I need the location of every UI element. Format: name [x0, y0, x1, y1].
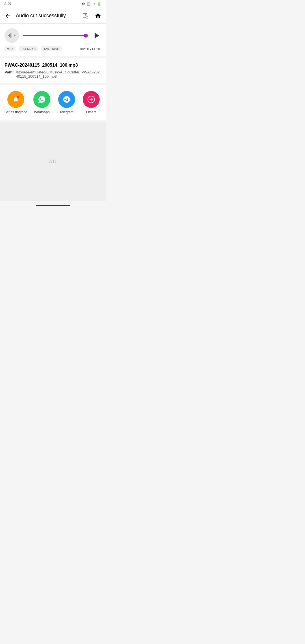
player-section: MP3 154.66 KB 128.0 KB/S 00:10 / 00:10 — [0, 24, 106, 56]
progress-track — [23, 35, 88, 36]
meta-row: MP3 154.66 KB 128.0 KB/S 00:10 / 00:10 — [5, 46, 101, 51]
action-whatsapp[interactable]: WhatsApp — [32, 91, 52, 114]
airplane-icon: ✈ — [93, 2, 95, 6]
player-row — [5, 28, 101, 43]
telegram-label: Telegram — [60, 110, 73, 114]
play-button[interactable] — [91, 31, 101, 41]
whatsapp-icon — [33, 91, 50, 108]
settings-icon: ⚙ — [82, 2, 85, 6]
svg-point-3 — [17, 96, 19, 98]
back-button[interactable] — [2, 10, 14, 21]
filesize-badge: 154.66 KB — [19, 46, 38, 51]
bottom-indicator — [0, 201, 106, 210]
time-display: 00:10 / 00:10 — [80, 47, 101, 51]
home-button[interactable] — [92, 10, 104, 21]
action-telegram[interactable]: Telegram — [56, 91, 77, 114]
action-set-ringtone[interactable]: Set as ringtone — [5, 91, 27, 114]
total-time: 00:10 — [92, 47, 101, 51]
progress-fill — [23, 35, 86, 36]
set-ringtone-label: Set as ringtone — [5, 110, 27, 114]
file-name: PWAC-20240115_200514_100.mp3 — [5, 63, 101, 68]
whatsapp-label: WhatsApp — [34, 110, 49, 114]
telegram-icon — [58, 91, 75, 108]
sim-icon: 📋 — [87, 2, 91, 6]
bottom-pill — [36, 205, 70, 206]
music-files-button[interactable] — [80, 10, 91, 21]
battery-icon: 🔋 — [97, 2, 101, 6]
app-bar-actions — [80, 10, 104, 21]
set-ringtone-icon — [7, 91, 24, 108]
status-bar: 8:09 ⚙ 📋 ✈ 🔋 — [0, 0, 106, 8]
others-icon — [83, 91, 100, 108]
actions-row: Set as ringtoneWhatsAppTelegramOthers — [2, 91, 104, 114]
file-path-row: Path: /storage/emulated/0/Music/AudioCut… — [5, 70, 101, 79]
progress-thumb — [84, 34, 88, 38]
app-bar: Audio cut successfully — [0, 8, 106, 24]
actions-section: Set as ringtoneWhatsAppTelegramOthers — [0, 85, 106, 120]
path-label: Path: — [5, 70, 14, 79]
others-label: Others — [86, 110, 96, 114]
waveform-icon — [5, 28, 19, 43]
path-value: /storage/emulated/0/Music/AudioCutter/ P… — [16, 70, 102, 79]
ad-banner: AD — [0, 122, 106, 201]
action-others[interactable]: Others — [81, 91, 101, 114]
current-time: 00:10 — [80, 47, 89, 51]
status-time: 8:09 — [5, 2, 11, 6]
app-bar-title: Audio cut successfully — [16, 13, 80, 19]
svg-marker-2 — [95, 33, 99, 38]
ad-label: AD — [49, 159, 57, 165]
progress-container[interactable] — [23, 35, 88, 36]
file-info-section: PWAC-20240115_200514_100.mp3 Path: /stor… — [0, 58, 106, 83]
format-badge: MP3 — [5, 46, 16, 51]
bitrate-badge: 128.0 KB/S — [41, 46, 62, 51]
status-icons: ⚙ 📋 ✈ 🔋 — [82, 2, 101, 6]
